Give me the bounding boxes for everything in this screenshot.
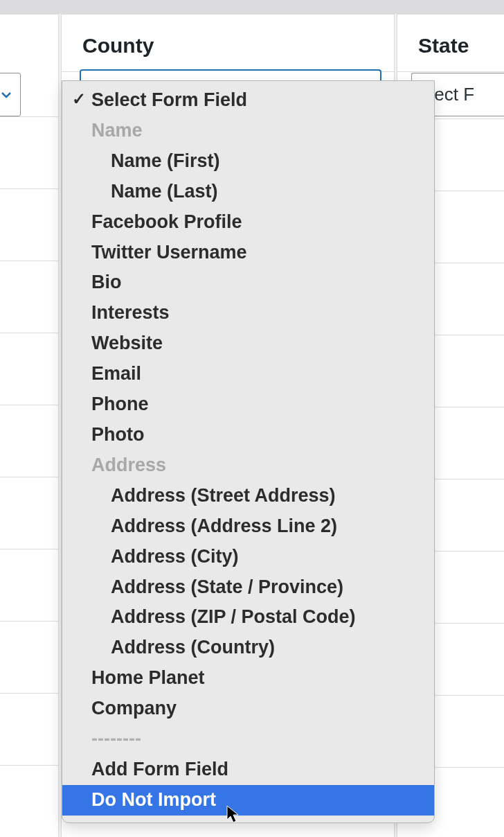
top-strip xyxy=(0,0,504,14)
dropdown-option-phone[interactable]: Phone xyxy=(62,389,434,420)
dropdown-option-photo[interactable]: Photo xyxy=(62,420,434,450)
table-row xyxy=(0,477,58,549)
dropdown-option-name-first[interactable]: Name (First) xyxy=(62,146,434,177)
table-row xyxy=(0,333,58,405)
dropdown-option-twitter[interactable]: Twitter Username xyxy=(62,238,434,268)
dropdown-option-address-city[interactable]: Address (City) xyxy=(62,542,434,572)
table-row xyxy=(0,549,58,622)
dropdown-separator: -------- xyxy=(62,724,434,755)
dropdown-group-name: Name xyxy=(62,116,434,146)
table-row xyxy=(0,117,58,189)
column-header-state: State xyxy=(397,15,504,72)
dropdown-option-select-form-field[interactable]: Select Form Field xyxy=(62,85,434,116)
dropdown-option-address-zip[interactable]: Address (ZIP / Postal Code) xyxy=(62,602,434,633)
dropdown-option-email[interactable]: Email xyxy=(62,359,434,389)
dropdown-option-address-country[interactable]: Address (Country) xyxy=(62,633,434,663)
dropdown-menu[interactable]: Select Form Field Name Name (First) Name… xyxy=(62,80,435,823)
dropdown-option-address-state[interactable]: Address (State / Province) xyxy=(62,572,434,603)
dropdown-option-do-not-import[interactable]: Do Not Import xyxy=(62,785,434,816)
dropdown-option-add-form-field[interactable]: Add Form Field xyxy=(62,755,434,785)
dropdown-option-company[interactable]: Company xyxy=(62,694,434,724)
column-header-county: County xyxy=(62,15,394,72)
table-row xyxy=(0,405,58,477)
dropdown-option-facebook[interactable]: Facebook Profile xyxy=(62,207,434,238)
dropdown-option-interests[interactable]: Interests xyxy=(62,298,434,328)
dropdown-option-address-line2[interactable]: Address (Address Line 2) xyxy=(62,511,434,542)
table-row xyxy=(0,189,58,261)
dropdown-option-name-last[interactable]: Name (Last) xyxy=(62,177,434,207)
chevron-down-icon xyxy=(0,88,13,102)
table-row xyxy=(0,694,58,766)
column-left-partial xyxy=(0,14,59,837)
table-row xyxy=(0,261,58,333)
dropdown-group-address: Address xyxy=(62,450,434,481)
dropdown-option-home-planet[interactable]: Home Planet xyxy=(62,663,434,694)
table-row xyxy=(0,622,58,694)
dropdown-option-website[interactable]: Website xyxy=(62,328,434,359)
select-dropdown-left-partial[interactable] xyxy=(0,73,21,116)
dropdown-option-bio[interactable]: Bio xyxy=(62,267,434,298)
dropdown-option-address-street[interactable]: Address (Street Address) xyxy=(62,481,434,511)
